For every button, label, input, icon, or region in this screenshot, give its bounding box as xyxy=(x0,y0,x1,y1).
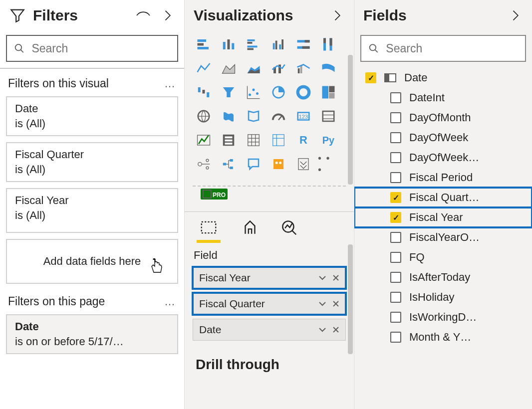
clustered-bar-icon[interactable] xyxy=(243,34,265,55)
stacked-column-icon[interactable] xyxy=(218,34,240,55)
field-dateint[interactable]: DateInt xyxy=(354,88,532,108)
table-date[interactable]: Date xyxy=(354,68,532,88)
field-month-y[interactable]: Month & Y… xyxy=(354,327,532,347)
donut-chart-icon[interactable] xyxy=(292,82,314,103)
filters-search[interactable] xyxy=(6,35,178,62)
table-icon[interactable] xyxy=(243,130,265,151)
svg-rect-26 xyxy=(300,66,302,73)
fields-search-input[interactable] xyxy=(385,41,518,56)
filter-card[interactable]: Fiscal Year is (All) xyxy=(6,188,178,233)
checkbox-icon[interactable] xyxy=(390,132,401,143)
field-isworkingd[interactable]: IsWorkingD… xyxy=(354,307,532,327)
checkbox-icon[interactable] xyxy=(390,212,401,223)
pie-chart-icon[interactable] xyxy=(267,82,289,103)
filter-card[interactable]: Fiscal Quarter is (All) xyxy=(6,142,178,182)
chevron-down-icon[interactable] xyxy=(318,326,326,334)
filters-drop-zone[interactable]: Add data fields here xyxy=(6,239,178,284)
checkbox-icon[interactable] xyxy=(390,92,401,103)
matrix-icon[interactable] xyxy=(267,130,289,151)
narrative-icon[interactable] xyxy=(267,154,289,175)
line-chart-icon[interactable] xyxy=(193,58,215,79)
line-clustered-icon[interactable] xyxy=(292,58,314,79)
python-visual-icon[interactable]: Py xyxy=(317,130,339,151)
visibility-icon[interactable] xyxy=(136,8,150,22)
close-icon[interactable] xyxy=(332,274,339,281)
field-fq[interactable]: FQ xyxy=(354,247,532,267)
filter-icon xyxy=(9,7,26,24)
multi-card-icon[interactable] xyxy=(317,106,339,127)
filled-map-icon[interactable] xyxy=(218,106,240,127)
slicer-icon[interactable] xyxy=(218,130,240,151)
qna-icon[interactable] xyxy=(243,154,265,175)
analytics-tab[interactable] xyxy=(279,218,298,243)
scrollbar[interactable] xyxy=(348,55,353,185)
treemap-icon[interactable] xyxy=(317,82,339,103)
more-visuals-icon[interactable]: • • • xyxy=(317,154,339,175)
svg-point-32 xyxy=(256,92,259,95)
fields-well-tab[interactable] xyxy=(197,218,221,243)
field-label: FiscalYearO… xyxy=(409,231,480,244)
card-icon[interactable]: 123 xyxy=(292,106,314,127)
checkbox-icon[interactable] xyxy=(365,72,376,83)
stacked-column-100-icon[interactable] xyxy=(317,34,339,55)
checkbox-icon[interactable] xyxy=(390,172,401,183)
checkbox-icon[interactable] xyxy=(390,192,401,203)
expand-icon[interactable] xyxy=(160,8,174,22)
scatter-icon[interactable] xyxy=(243,82,265,103)
checkbox-icon[interactable] xyxy=(390,252,401,263)
checkbox-icon[interactable] xyxy=(390,112,401,123)
clustered-column-icon[interactable] xyxy=(267,34,289,55)
stacked-bar-100-icon[interactable] xyxy=(292,34,314,55)
key-influencers-icon[interactable] xyxy=(193,154,215,175)
chevron-down-icon[interactable] xyxy=(318,300,326,308)
field-dayofmonth[interactable]: DayOfMonth xyxy=(354,108,532,128)
stacked-area-icon[interactable] xyxy=(243,58,265,79)
well-item-label: Date xyxy=(199,324,221,336)
checkbox-icon[interactable] xyxy=(390,332,401,343)
expand-icon[interactable] xyxy=(508,8,522,22)
paginated-icon[interactable] xyxy=(292,154,314,175)
format-tab[interactable] xyxy=(241,218,260,243)
kpi-icon[interactable] xyxy=(193,130,215,151)
area-chart-icon[interactable] xyxy=(218,58,240,79)
filters-search-input[interactable] xyxy=(30,41,170,56)
close-icon[interactable] xyxy=(332,300,339,307)
field-fiscal-period[interactable]: Fiscal Period xyxy=(354,168,532,188)
chevron-down-icon[interactable] xyxy=(318,274,326,282)
field-well-item[interactable]: Date xyxy=(193,319,346,341)
ribbon-chart-icon[interactable] xyxy=(317,58,339,79)
shape-map-icon[interactable] xyxy=(243,106,265,127)
field-fiscal-year[interactable]: Fiscal Year xyxy=(354,207,532,227)
filter-card[interactable]: Date is (All) xyxy=(6,96,178,136)
gauge-icon[interactable] xyxy=(267,106,289,127)
stacked-bar-icon[interactable] xyxy=(193,34,215,55)
field-dayofweek[interactable]: DayOfWeek xyxy=(354,128,532,148)
field-isaftertoday[interactable]: IsAfterToday xyxy=(354,267,532,287)
checkbox-icon[interactable] xyxy=(390,152,401,163)
scrollbar[interactable] xyxy=(348,244,353,354)
field-isholiday[interactable]: IsHoliday xyxy=(354,287,532,307)
filter-card[interactable]: Date is on or before 5/17/… xyxy=(6,314,178,354)
well-tabs xyxy=(185,212,354,243)
checkbox-icon[interactable] xyxy=(390,272,401,283)
line-column-icon[interactable] xyxy=(267,58,289,79)
decomposition-icon[interactable] xyxy=(218,154,240,175)
fields-search[interactable] xyxy=(360,35,526,62)
checkbox-icon[interactable] xyxy=(390,312,401,323)
close-icon[interactable] xyxy=(332,326,339,333)
expand-icon[interactable] xyxy=(330,8,344,22)
field-fiscal-quarter[interactable]: Fiscal Quart… xyxy=(354,188,532,207)
checkbox-icon[interactable] xyxy=(390,292,401,303)
field-well-item[interactable]: Fiscal Quarter xyxy=(193,293,346,315)
more-icon[interactable]: … xyxy=(164,295,176,308)
checkbox-icon[interactable] xyxy=(390,232,401,243)
map-icon[interactable] xyxy=(193,106,215,127)
funnel-icon[interactable] xyxy=(218,82,240,103)
svg-rect-3 xyxy=(198,47,209,49)
field-dayofweek-ellipsis[interactable]: DayOfWeek… xyxy=(354,148,532,168)
waterfall-icon[interactable] xyxy=(193,82,215,103)
r-visual-icon[interactable]: R xyxy=(292,130,314,151)
field-fiscalyearo[interactable]: FiscalYearO… xyxy=(354,227,532,247)
field-well-item[interactable]: Fiscal Year xyxy=(193,267,346,289)
more-icon[interactable]: … xyxy=(164,77,176,90)
